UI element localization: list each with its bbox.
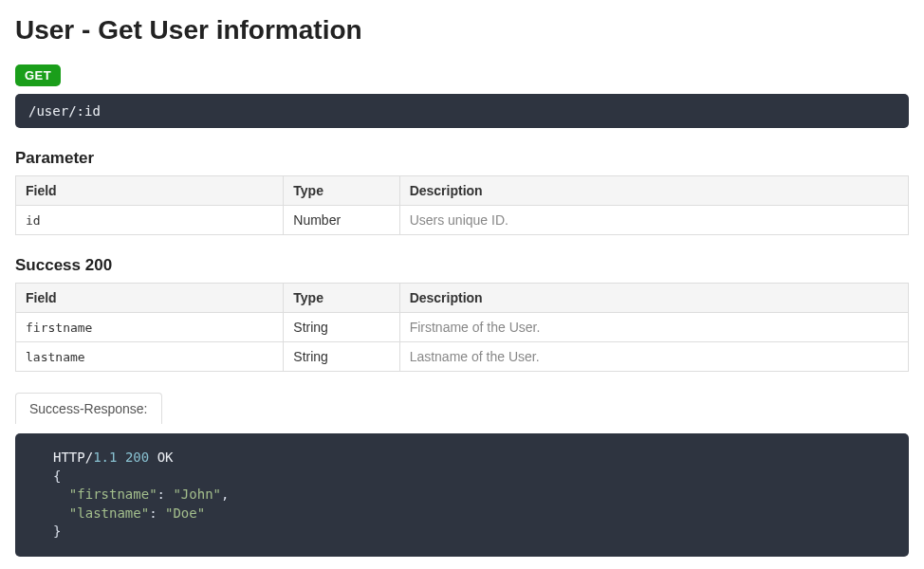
code-token: "lastname": [69, 505, 149, 521]
code-token: :: [149, 505, 165, 521]
col-field-header: Field: [16, 176, 284, 206]
code-token: HTTP/: [53, 450, 93, 465]
code-token: }: [53, 523, 61, 539]
table-header-row: Field Type Description: [16, 176, 909, 206]
success-field: firstname: [16, 313, 284, 342]
col-type-header: Type: [284, 176, 399, 206]
table-header-row: Field Type Description: [16, 284, 909, 313]
code-token: "John": [173, 486, 221, 502]
page-title: User - Get User information: [15, 15, 909, 46]
parameter-heading: Parameter: [15, 149, 909, 168]
col-field-header: Field: [16, 284, 284, 313]
success-heading: Success 200: [15, 256, 909, 275]
parameter-table: Field Type Description id Number Users u…: [15, 175, 909, 235]
success-desc: Firstname of the User.: [399, 313, 908, 342]
response-example-code: HTTP/1.1 200 OK { "firstname": "John", "…: [15, 433, 909, 557]
code-token: OK: [157, 450, 174, 465]
col-desc-header: Description: [399, 176, 908, 206]
http-method-badge: GET: [15, 64, 61, 86]
success-field: lastname: [16, 342, 284, 372]
success-type: String: [284, 313, 399, 342]
table-row: id Number Users unique ID.: [16, 206, 909, 235]
code-token: "Doe": [165, 505, 205, 521]
code-token: {: [53, 468, 61, 484]
code-token: [117, 450, 124, 465]
param-desc: Users unique ID.: [399, 206, 908, 235]
endpoint-path: /user/:id: [15, 94, 909, 128]
success-table: Field Type Description firstname String …: [15, 283, 909, 372]
code-token: ,: [221, 486, 229, 502]
response-tab-strip: Success-Response:: [15, 393, 909, 424]
code-token: 1.1: [93, 450, 117, 465]
col-type-header: Type: [284, 284, 399, 313]
table-row: lastname String Lastname of the User.: [16, 342, 909, 372]
table-row: firstname String Firstname of the User.: [16, 313, 909, 342]
tab-success-response[interactable]: Success-Response:: [15, 393, 162, 424]
success-desc: Lastname of the User.: [399, 342, 908, 372]
code-token: :: [157, 486, 174, 502]
param-field: id: [16, 206, 284, 235]
code-token: "firstname": [69, 486, 157, 502]
code-token: [149, 450, 157, 465]
success-type: String: [284, 342, 399, 372]
col-desc-header: Description: [399, 284, 908, 313]
param-type: Number: [284, 206, 399, 235]
code-token: 200: [125, 450, 149, 465]
